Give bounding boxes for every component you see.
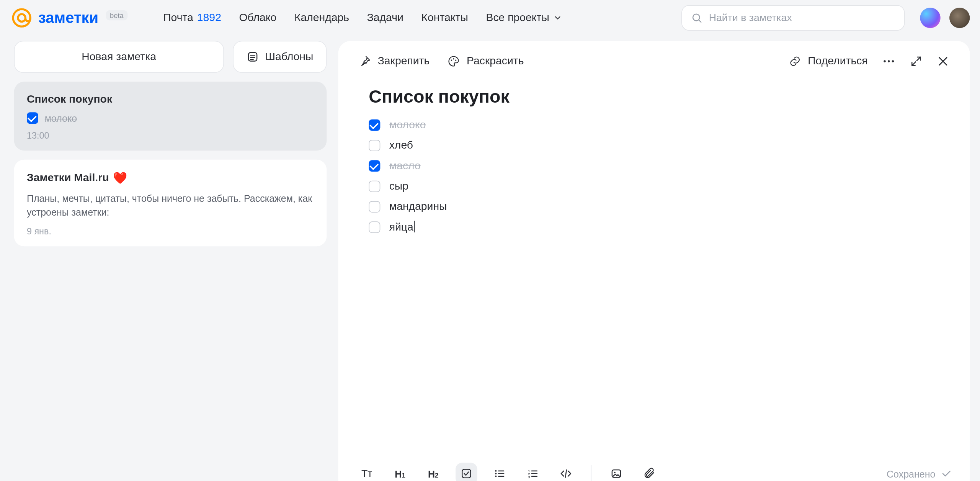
- checklist-item-label[interactable]: яйца: [389, 221, 415, 234]
- svg-point-12: [888, 60, 890, 62]
- checklist-item-label[interactable]: мандарины: [389, 200, 447, 213]
- svg-point-16: [495, 473, 497, 474]
- search-input[interactable]: [709, 12, 895, 24]
- checklist[interactable]: молокохлебмаслосырмандариныяйца: [369, 119, 939, 234]
- checklist-item-label[interactable]: сыр: [389, 180, 408, 193]
- checkbox[interactable]: [369, 181, 380, 192]
- note-card-body: Планы, мечты, цитаты, чтобы ничего не за…: [27, 191, 314, 219]
- sidebar-actions: Новая заметка Шаблоны: [14, 41, 327, 73]
- checkbox[interactable]: [369, 119, 380, 131]
- checklist-item-label[interactable]: молоко: [389, 119, 426, 131]
- format-bullet-list-button[interactable]: [489, 463, 511, 481]
- share-button[interactable]: Поделиться: [789, 55, 867, 67]
- svg-point-17: [495, 476, 497, 477]
- checklist-item[interactable]: сыр: [369, 180, 939, 193]
- svg-point-10: [456, 60, 457, 61]
- attach-file-button[interactable]: [639, 463, 660, 481]
- nav-projects[interactable]: Все проекты: [486, 11, 562, 24]
- svg-rect-14: [462, 470, 470, 478]
- paperclip-icon: [643, 467, 656, 480]
- expand-button[interactable]: [910, 55, 923, 67]
- nav-cloud[interactable]: Облако: [239, 11, 277, 24]
- checklist-item[interactable]: мандарины: [369, 200, 939, 213]
- format-checklist-button[interactable]: [456, 463, 477, 481]
- svg-line-3: [699, 20, 701, 22]
- svg-point-0: [13, 9, 30, 26]
- checkbox[interactable]: [369, 221, 380, 233]
- search-icon: [691, 12, 702, 24]
- user-avatar[interactable]: [949, 8, 970, 28]
- note-card-title: Заметки Mail.ru ❤️: [27, 171, 314, 185]
- svg-point-13: [892, 60, 894, 62]
- numbered-list-icon: 123: [526, 467, 539, 480]
- checkbox-icon: [27, 112, 38, 124]
- insert-image-button[interactable]: [606, 463, 627, 481]
- checklist-item-label[interactable]: хлеб: [389, 139, 413, 152]
- image-icon: [610, 467, 622, 480]
- save-status: Сохранено: [887, 468, 952, 479]
- format-text-button[interactable]: Tт: [356, 463, 378, 481]
- code-icon: [560, 467, 572, 480]
- editor-body[interactable]: Список покупок молокохлебмаслосырмандари…: [338, 82, 970, 456]
- templates-button[interactable]: Шаблоны: [233, 41, 327, 73]
- new-note-button[interactable]: Новая заметка: [14, 41, 224, 73]
- nav-calendar[interactable]: Календарь: [294, 11, 349, 24]
- checklist-item[interactable]: яйца: [369, 221, 939, 234]
- logo[interactable]: заметки beta: [10, 7, 127, 29]
- format-h1-button[interactable]: H1: [389, 463, 411, 481]
- note-card[interactable]: Заметки Mail.ru ❤️ Планы, мечты, цитаты,…: [14, 160, 327, 246]
- logo-text: заметки: [38, 9, 98, 27]
- checklist-item[interactable]: молоко: [369, 119, 939, 131]
- link-icon: [789, 55, 801, 67]
- checklist-item[interactable]: масло: [369, 160, 939, 172]
- pin-button[interactable]: Закрепить: [359, 55, 430, 67]
- search-box[interactable]: [681, 5, 905, 31]
- separator: [591, 465, 591, 481]
- checklist-item-label[interactable]: масло: [389, 160, 421, 172]
- format-h2-button[interactable]: H2: [422, 463, 444, 481]
- more-button[interactable]: [882, 54, 896, 69]
- svg-point-11: [884, 60, 886, 62]
- svg-point-15: [495, 470, 497, 472]
- note-title[interactable]: Список покупок: [369, 87, 939, 107]
- format-code-button[interactable]: [555, 463, 577, 481]
- svg-point-28: [614, 472, 616, 473]
- bullet-list-icon: [493, 467, 506, 480]
- main-layout: Новая заметка Шаблоны Список покупок мол…: [0, 36, 980, 481]
- top-nav: Почта 1892 Облако Календарь Задачи Конта…: [163, 11, 562, 24]
- at-sign-icon: [10, 7, 33, 29]
- nav-mail[interactable]: Почта 1892: [163, 11, 221, 24]
- checkbox[interactable]: [369, 160, 380, 172]
- header-right: [920, 8, 970, 28]
- check-icon: [941, 468, 952, 479]
- checkbox[interactable]: [369, 140, 380, 151]
- svg-text:3: 3: [528, 475, 530, 479]
- checklist-item[interactable]: хлеб: [369, 139, 939, 152]
- chevron-down-icon: [553, 13, 562, 22]
- note-card-time: 9 янв.: [27, 226, 314, 236]
- expand-icon: [910, 55, 923, 67]
- editor-pane: Закрепить Раскрасить Поделиться: [338, 41, 970, 481]
- note-card-preview: молоко: [27, 112, 314, 124]
- editor-toolbar: Закрепить Раскрасить Поделиться: [338, 41, 970, 82]
- nav-tasks[interactable]: Задачи: [367, 11, 403, 24]
- app-header: заметки beta Почта 1892 Облако Календарь…: [0, 0, 980, 36]
- dots-horizontal-icon: [882, 54, 896, 69]
- nav-contacts[interactable]: Контакты: [421, 11, 468, 24]
- pin-icon: [359, 55, 371, 67]
- check-square-icon: [460, 467, 473, 480]
- heart-icon: ❤️: [113, 171, 127, 185]
- editor-format-bar: Tт H1 H2 123 Сохранено: [338, 456, 970, 481]
- svg-point-8: [451, 60, 452, 61]
- svg-point-1: [18, 14, 26, 22]
- palette-icon: [448, 55, 460, 67]
- beta-badge: beta: [106, 10, 127, 21]
- close-button[interactable]: [937, 55, 949, 67]
- note-card-time: 13:00: [27, 130, 314, 141]
- checkbox[interactable]: [369, 201, 380, 213]
- color-button[interactable]: Раскрасить: [448, 55, 524, 67]
- format-numbered-list-button[interactable]: 123: [522, 463, 544, 481]
- assistant-orb-icon[interactable]: [920, 8, 940, 28]
- note-card[interactable]: Список покупок молоко 13:00: [14, 82, 327, 151]
- close-icon: [937, 55, 949, 67]
